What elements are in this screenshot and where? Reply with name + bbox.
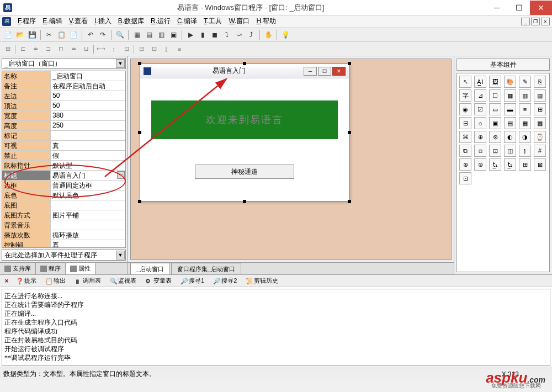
same-height-button[interactable]: ↕	[108, 44, 119, 55]
palette-item[interactable]: ▬	[504, 103, 516, 115]
output-tab[interactable]: 🔍监视表	[106, 275, 140, 287]
form-preview[interactable]: 易语言入门 ─ ☐ ✕ 欢迎来到易语言 神秘通道	[140, 63, 349, 202]
palette-item[interactable]: ⊞	[534, 103, 546, 115]
menu-item[interactable]: V.查看	[66, 15, 91, 27]
property-row[interactable]: 背景音乐	[2, 220, 125, 230]
property-value[interactable]: 50	[51, 91, 125, 100]
find-button[interactable]: 🔍	[114, 29, 125, 40]
layout3-button[interactable]: ▥	[156, 29, 167, 40]
center-v-button[interactable]: ⊡	[148, 44, 160, 55]
palette-item[interactable]: ⊗	[489, 131, 501, 143]
property-row[interactable]: 名称_启动窗口	[2, 71, 125, 81]
undo-button[interactable]: ↶	[85, 29, 96, 40]
center-h-button[interactable]: ⊟	[136, 44, 147, 55]
property-row[interactable]: 边框普通固定边框	[2, 181, 125, 190]
menu-item[interactable]: W.窗口	[225, 15, 253, 27]
palette-item[interactable]: ▭	[489, 103, 501, 115]
close-button[interactable]: ✕	[530, 1, 552, 15]
property-row[interactable]: 控制钮真	[2, 240, 125, 248]
layout1-button[interactable]: ▦	[131, 29, 142, 40]
menu-item[interactable]: H.帮助	[253, 15, 279, 27]
property-value[interactable]	[51, 200, 125, 210]
mdi-close-button[interactable]: ×	[541, 18, 550, 25]
palette-item[interactable]: ⌂	[474, 117, 486, 129]
step-button[interactable]: ⤵	[221, 29, 232, 40]
menu-item[interactable]: E.编辑	[39, 15, 65, 27]
output-tab[interactable]: ⚙变量表	[141, 275, 176, 287]
property-row[interactable]: 底色默认底色	[2, 190, 125, 200]
property-row[interactable]: 高度250	[2, 121, 125, 131]
menu-item[interactable]: I.插入	[91, 15, 115, 27]
paste-button[interactable]: 📄	[68, 29, 79, 40]
property-row[interactable]: 底图	[2, 200, 125, 210]
close-output-button[interactable]: ×	[2, 277, 11, 285]
palette-item[interactable]: ▦	[519, 117, 531, 129]
preview-label[interactable]: 欢迎来到易语言	[151, 100, 338, 139]
palette-item[interactable]: 字	[459, 89, 471, 102]
palette-item[interactable]: ⊕	[474, 131, 486, 143]
palette-item[interactable]: ⊿	[474, 89, 486, 102]
same-width-button[interactable]: ⟷	[95, 44, 107, 55]
palette-item[interactable]: 🖼	[489, 76, 501, 88]
edit-button[interactable]: ⋯	[117, 171, 125, 179]
mdi-restore-button[interactable]: ❐	[531, 18, 540, 25]
align-top-button[interactable]: ⊓	[55, 44, 66, 55]
property-value[interactable]: 380	[51, 111, 125, 120]
align-middle-button[interactable]: ≐	[68, 44, 79, 55]
breakpoint-button[interactable]: ✋	[263, 29, 274, 40]
palette-item[interactable]: ☑	[474, 103, 486, 115]
palette-item[interactable]: t̲₂	[504, 158, 516, 171]
property-value[interactable]: 易语言入门⋯	[51, 171, 125, 180]
grid-button[interactable]: ⊞	[2, 44, 13, 55]
palette-item[interactable]: ▩	[534, 117, 546, 129]
property-value[interactable]: 真	[51, 240, 125, 248]
component-selector[interactable]: _启动窗口（窗口） ▼	[2, 58, 126, 69]
space-h-button[interactable]: ⫿	[161, 44, 172, 55]
stepover-button[interactable]: ⤻	[233, 29, 245, 40]
property-value[interactable]: 真	[51, 141, 125, 150]
layout4-button[interactable]: ▣	[168, 29, 179, 40]
property-row[interactable]: 标记	[2, 131, 125, 141]
palette-item[interactable]: ✎	[519, 76, 531, 88]
palette-item[interactable]: ▥	[519, 89, 531, 102]
dropdown-icon[interactable]: ▼	[116, 251, 125, 259]
copy-button[interactable]: 📋	[56, 29, 67, 40]
property-value[interactable]: _启动窗口	[51, 71, 125, 81]
output-tab[interactable]: 📜剪辑历史	[242, 275, 282, 287]
run-button[interactable]: ▶	[185, 29, 196, 40]
property-row[interactable]: 宽度380	[2, 111, 125, 121]
palette-item[interactable]: ⌚	[534, 131, 546, 143]
property-value[interactable]	[51, 220, 125, 230]
palette-item[interactable]: ◉	[459, 103, 471, 115]
stop-button[interactable]: ◼	[209, 29, 220, 40]
property-value[interactable]: 默认型	[51, 161, 125, 170]
palette-item[interactable]: ⊜	[474, 158, 486, 171]
palette-item[interactable]: ⊡	[489, 145, 501, 157]
property-value[interactable]: 250	[51, 121, 125, 130]
pause-button[interactable]: ▮	[197, 29, 208, 40]
palette-item[interactable]: ◑	[519, 131, 531, 143]
output-tab[interactable]: 📋输出	[41, 275, 70, 287]
palette-item[interactable]: ↖	[459, 76, 471, 88]
new-button[interactable]: 📄	[2, 29, 13, 40]
event-selector[interactable]: 在此处选择加入事件处理子程序 ▼	[2, 250, 126, 261]
minimize-button[interactable]: ─	[486, 1, 508, 15]
property-row[interactable]: 顶边50	[2, 101, 125, 111]
stepout-button[interactable]: ⤴	[246, 29, 257, 40]
palette-item[interactable]: ▣	[489, 117, 501, 129]
form-designer[interactable]: 易语言入门 ─ ☐ ✕ 欢迎来到易语言 神秘通道	[130, 59, 452, 260]
property-value[interactable]: 图片平铺	[51, 210, 125, 220]
palette-item[interactable]: ⎘	[534, 76, 546, 88]
align-left-button[interactable]: ⊏	[17, 44, 28, 55]
align-right-button[interactable]: ⊐	[43, 44, 54, 55]
menu-item[interactable]: T.工具	[200, 15, 225, 27]
output-tab[interactable]: 🔎搜寻1	[177, 275, 208, 287]
palette-item[interactable]: ⊛	[459, 158, 471, 171]
left-tab[interactable]: 支持库	[0, 263, 36, 274]
editor-tab[interactable]: 窗口程序集_启动窗口	[171, 263, 241, 274]
left-tab[interactable]: 程序	[36, 263, 66, 274]
palette-item[interactable]: ◐	[504, 131, 516, 143]
dropdown-icon[interactable]: ▼	[116, 59, 125, 68]
open-button[interactable]: 📂	[14, 29, 25, 40]
palette-item[interactable]: ▤	[534, 89, 546, 102]
